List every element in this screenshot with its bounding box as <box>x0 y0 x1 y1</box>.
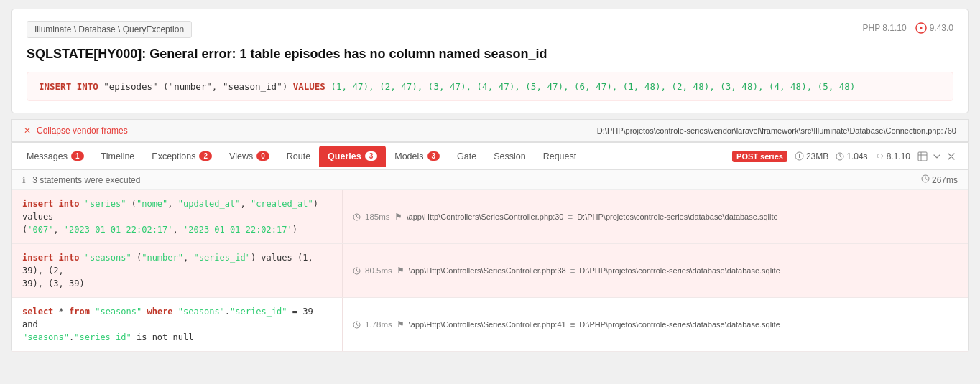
query-row: insert into "seasons" ("number", "series… <box>12 244 968 298</box>
code-icon <box>875 151 884 161</box>
query-db-3: D:\PHP\projetos\controle-series\database… <box>579 320 780 329</box>
tab-right-info: POST series 23MB 1.04s 8.1.10 <box>732 151 962 162</box>
query-row: insert into "series" ("nome", "updated_a… <box>12 190 968 244</box>
php-info: 8.1.10 <box>875 151 910 161</box>
tab-queries[interactable]: Queries 3 <box>319 146 386 167</box>
query-pin-icon-2: ⚑ <box>397 266 405 276</box>
memory-icon <box>795 151 804 161</box>
tab-models[interactable]: Models 3 <box>386 146 448 167</box>
tab-bar: Messages 1 Timeline Exceptions 2 Views 0… <box>12 143 968 170</box>
query-db-1: D:\PHP\projetos\controle-series\database… <box>577 212 777 221</box>
clock-icon <box>836 152 844 161</box>
tab-views[interactable]: Views 0 <box>221 146 278 167</box>
svg-rect-3 <box>918 152 927 161</box>
close-icon[interactable] <box>946 151 956 161</box>
query-time-1: 185ms <box>365 212 390 221</box>
query-sql-2: insert into "seasons" ("number", "series… <box>12 244 343 297</box>
query-meta-3: 1.78ms ⚑ \app\Http\Controllers\SeriesCon… <box>343 298 968 351</box>
query-file-1: \app\Http\Controllers\SeriesController.p… <box>407 212 564 221</box>
tab-right-icons <box>917 151 956 161</box>
duration-clock-icon <box>921 174 930 183</box>
query-meta-1: 185ms ⚑ \app\Http\Controllers\SeriesCont… <box>343 190 968 243</box>
status-bar: ℹ 3 statements were executed 267ms <box>12 170 968 190</box>
info-icon: ℹ <box>22 175 28 185</box>
query-pin-icon-3: ⚑ <box>397 319 405 329</box>
ignition-version: 9.43.0 <box>915 22 953 34</box>
tab-route[interactable]: Route <box>278 146 319 167</box>
tab-messages[interactable]: Messages 1 <box>18 146 93 167</box>
query-db-icon-1: ≡ <box>568 212 573 221</box>
error-panel: Illuminate \ Database \ QueryException P… <box>11 9 969 113</box>
tab-exceptions[interactable]: Exceptions 2 <box>143 146 221 167</box>
tab-timeline[interactable]: Timeline <box>93 146 144 167</box>
post-badge: POST series <box>732 151 787 162</box>
query-db-icon-3: ≡ <box>570 320 575 329</box>
query-pin-icon-1: ⚑ <box>394 212 402 222</box>
status-duration: 267ms <box>932 175 958 185</box>
collapse-vendor-label[interactable]: Collapse vendor frames <box>37 126 128 136</box>
query-db-2: D:\PHP\projetos\controle-series\database… <box>579 266 780 275</box>
sql-block: INSERT INTO "episodes" ("number", "seaso… <box>27 72 953 101</box>
time-icon-1 <box>353 213 361 221</box>
version-info: PHP 8.1.10 9.43.0 <box>862 22 953 34</box>
sql-insert-keyword: INSERT INTO <box>39 81 103 92</box>
chevron-down-icon[interactable] <box>932 151 942 161</box>
query-content: ℹ 3 statements were executed 267ms inser… <box>12 170 968 352</box>
time-icon-3 <box>353 321 361 329</box>
error-title: SQLSTATE[HY000]: General error: 1 table … <box>27 47 953 62</box>
status-text: 3 statements were executed <box>32 175 140 185</box>
php-version: PHP 8.1.10 <box>862 23 906 33</box>
vendor-file-path: D:\PHP\projetos\controle-series\vendor\l… <box>597 126 956 135</box>
query-time-2: 80.5ms <box>365 266 392 275</box>
query-sql-3: select * from "seasons" where "seasons".… <box>12 298 343 351</box>
query-sql-1: insert into "series" ("nome", "updated_a… <box>12 190 343 243</box>
time-info: 1.04s <box>836 151 867 161</box>
collapse-x-icon: ✕ <box>24 126 31 136</box>
time-icon-2 <box>353 267 361 275</box>
query-row: select * from "seasons" where "seasons".… <box>12 298 968 352</box>
query-meta-2: 80.5ms ⚑ \app\Http\Controllers\SeriesCon… <box>343 244 968 297</box>
memory-info: 23MB <box>795 151 828 161</box>
query-file-2: \app\Http\Controllers\SeriesController.p… <box>409 266 566 275</box>
tab-session[interactable]: Session <box>485 146 534 167</box>
ignition-icon <box>915 22 927 34</box>
exception-breadcrumb: Illuminate \ Database \ QueryException <box>27 21 192 38</box>
query-file-3: \app\Http\Controllers\SeriesController.p… <box>409 320 566 329</box>
debug-panel: Messages 1 Timeline Exceptions 2 Views 0… <box>11 142 969 352</box>
tab-request[interactable]: Request <box>535 146 586 167</box>
vendor-bar: ✕ Collapse vendor frames D:\PHP\projetos… <box>11 119 969 142</box>
table-icon[interactable] <box>917 151 928 161</box>
query-db-icon-2: ≡ <box>570 266 575 275</box>
query-time-3: 1.78ms <box>365 320 392 329</box>
tab-gate[interactable]: Gate <box>448 146 485 167</box>
